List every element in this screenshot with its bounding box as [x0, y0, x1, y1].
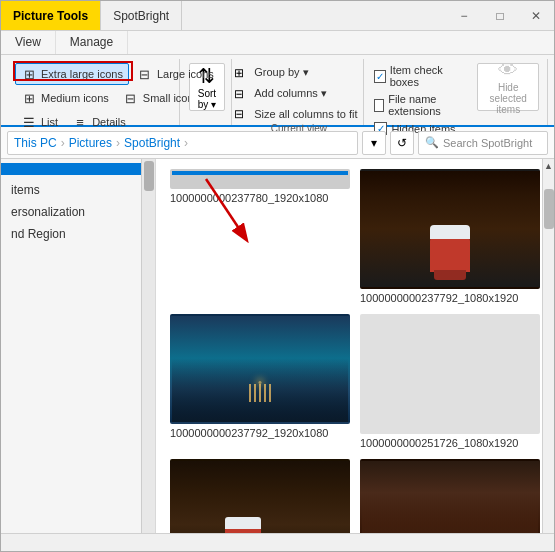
refresh-button[interactable]: ↺ — [390, 131, 414, 155]
file-name: 1000000000237792_1920x1080 — [170, 427, 328, 439]
current-view-group: ⊞ Group by ▾ ⊟ Add columns ▾ ⊟ Size all … — [234, 59, 364, 125]
add-columns-row: ⊟ Add columns ▾ — [234, 84, 363, 103]
maximize-button[interactable]: □ — [482, 1, 518, 31]
breadcrumb[interactable]: This PC › Pictures › SpotBright › — [7, 131, 358, 155]
sidebar-item-region[interactable]: nd Region — [1, 223, 155, 245]
file-name-ext-checkbox[interactable] — [374, 99, 384, 112]
item-check-boxes-label: Item check boxes — [390, 64, 462, 88]
file-grid: 1000000000237780_1920x1080 1000000000237… — [156, 159, 554, 533]
breadcrumb-end-arrow: › — [184, 136, 188, 150]
showhide-group: Item check boxes File name extensions Hi… — [366, 59, 548, 125]
size-columns-row: ⊟ Size all columns to fit — [234, 105, 363, 123]
dock-shape — [249, 384, 271, 402]
dropdown-button[interactable]: ▾ — [362, 131, 386, 155]
list-item[interactable]: 1000000000237780_1920x1080 — [170, 169, 350, 304]
chair-shape — [225, 527, 261, 533]
file-area: 1000000000237780_1920x1080 1000000000237… — [156, 159, 554, 533]
sidebar-items: items ersonalization nd Region — [1, 159, 155, 249]
sidebar-item-personalization[interactable]: ersonalization — [1, 201, 155, 223]
list-item[interactable]: 1000000000251726_1920x1080 — [170, 459, 350, 533]
group-by-button[interactable]: Group by ▾ — [248, 63, 314, 82]
main-area: items ersonalization nd Region 100000000… — [1, 159, 554, 533]
large-icons-icon: ⊞ — [21, 66, 37, 82]
showhide-checkboxes: Item check boxes File name extensions Hi… — [374, 63, 461, 136]
title-tab-spotbright[interactable]: SpotBright — [101, 1, 182, 30]
title-bar: Picture Tools SpotBright − □ ✕ — [1, 1, 554, 31]
search-icon: 🔍 — [425, 136, 439, 149]
list-item[interactable]: 1000000000251726_1080x1920 — [360, 314, 540, 449]
details-icon: ≡ — [72, 114, 88, 130]
status-bar — [1, 533, 554, 552]
title-tab-picture-tools[interactable]: Picture Tools — [1, 1, 101, 30]
breadcrumb-sep-2: › — [116, 136, 120, 150]
ribbon-tabs: View Manage — [1, 31, 554, 55]
file-thumbnail — [360, 314, 540, 434]
search-box[interactable]: 🔍 Search SpotBright — [418, 131, 548, 155]
sidebar: items ersonalization nd Region — [1, 159, 156, 533]
hide-selected-icon: 👁 — [498, 59, 518, 82]
group-by-icon: ⊞ — [234, 66, 244, 80]
medium-icons-icon: ⊞ — [21, 90, 37, 106]
list-icon: ☰ — [21, 114, 37, 130]
small-icons-icon: ⊟ — [123, 90, 139, 106]
window-controls: − □ ✕ — [446, 1, 554, 30]
size-columns-icon: ⊟ — [234, 107, 244, 121]
file-thumbnail — [170, 314, 350, 424]
item-check-boxes-row[interactable]: Item check boxes — [374, 63, 461, 89]
breadcrumb-sep-1: › — [61, 136, 65, 150]
scroll-up-arrow[interactable]: ▲ — [544, 159, 553, 173]
sidebar-scrollbar[interactable] — [141, 159, 155, 533]
minimize-button[interactable]: − — [446, 1, 482, 31]
file-name-ext-row[interactable]: File name extensions — [374, 92, 461, 118]
add-columns-button[interactable]: Add columns ▾ — [248, 84, 333, 103]
sidebar-scroll-thumb[interactable] — [144, 161, 154, 191]
address-bar: This PC › Pictures › SpotBright › ▾ ↺ 🔍 … — [1, 127, 554, 159]
icons-icon: ⊟ — [137, 66, 153, 82]
ribbon: ⊞ Extra large icons ⊟ Large icons ⊞ Medi… — [1, 55, 554, 127]
tab-view[interactable]: View — [1, 31, 56, 54]
extra-large-icons-button[interactable]: ⊞ Extra large icons — [15, 63, 129, 85]
chair-shape — [430, 237, 470, 272]
list-item[interactable]: 1000000000237792_1080x1920 — [360, 169, 540, 304]
view-buttons: ⊞ Group by ▾ ⊟ Add columns ▾ ⊟ Size all … — [234, 59, 363, 123]
thumb-overlay — [362, 493, 538, 533]
breadcrumb-spotbright[interactable]: SpotBright — [124, 136, 180, 150]
tab-manage[interactable]: Manage — [56, 31, 128, 54]
close-button[interactable]: ✕ — [518, 1, 554, 31]
size-columns-button[interactable]: Size all columns to fit — [248, 105, 363, 123]
file-name-ext-label: File name extensions — [388, 93, 461, 117]
group-by-row: ⊞ Group by ▾ — [234, 63, 363, 82]
layout-buttons: ⊞ Extra large icons ⊟ Large icons ⊞ Medi… — [15, 59, 171, 133]
file-scrollbar[interactable]: ▲ — [542, 159, 554, 533]
file-thumbnail — [360, 169, 540, 289]
sidebar-item-items[interactable]: items — [1, 179, 155, 201]
file-thumbnail: deigh — [360, 459, 540, 533]
file-name: 1000000000237780_1920x1080 — [170, 192, 328, 204]
file-thumbnail — [170, 169, 350, 189]
search-placeholder: Search SpotBright — [443, 137, 532, 149]
file-name: 1000000000237792_1080x1920 — [360, 292, 518, 304]
scroll-thumb[interactable] — [544, 189, 554, 229]
list-item[interactable]: deigh 3000000000250066_1920x1920 — [360, 459, 540, 533]
layout-group: ⊞ Extra large icons ⊟ Large icons ⊞ Medi… — [7, 59, 180, 125]
large-icons-button[interactable]: ⊟ Large icons — [131, 63, 220, 85]
hide-selected-button[interactable]: 👁 Hide selecteditems — [477, 63, 539, 111]
breadcrumb-pictures[interactable]: Pictures — [69, 136, 112, 150]
sidebar-scroll-indicator — [1, 163, 141, 175]
add-columns-icon: ⊟ — [234, 87, 244, 101]
file-name: 1000000000251726_1080x1920 — [360, 437, 518, 449]
medium-icons-button[interactable]: ⊞ Medium icons — [15, 87, 115, 109]
app-title — [182, 1, 446, 30]
list-item[interactable]: 1000000000237792_1920x1080 — [170, 314, 350, 449]
file-thumbnail — [170, 459, 350, 533]
list-button[interactable]: ☰ List — [15, 111, 64, 133]
breadcrumb-this-pc[interactable]: This PC — [14, 136, 57, 150]
item-check-boxes-checkbox[interactable] — [374, 70, 385, 83]
details-button[interactable]: ≡ Details — [66, 111, 132, 133]
